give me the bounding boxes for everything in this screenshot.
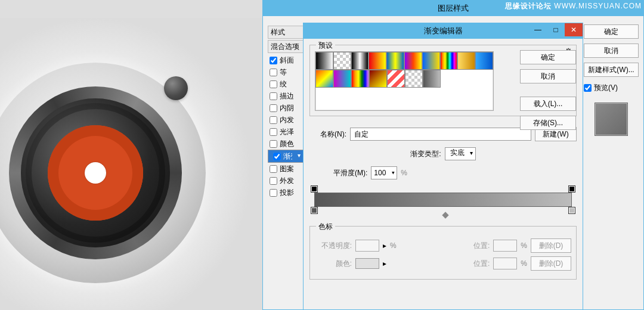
style-item-color-overlay[interactable]: 颜色 — [268, 138, 304, 150]
preview-checkbox[interactable] — [584, 84, 592, 92]
presets-label: 预设 — [316, 41, 335, 51]
layer-styles-right-buttons: 确定 取消 新建样式(W)... 预览(V) — [584, 24, 639, 136]
gradient-type-label: 渐变类型: — [410, 149, 441, 159]
style-item-drop-shadow[interactable]: 投影 — [268, 187, 304, 199]
color-label: 颜色: — [315, 259, 352, 269]
styles-list-header[interactable]: 样式 — [268, 26, 304, 39]
canvas-artwork — [0, 0, 262, 310]
maximize-button[interactable]: □ — [547, 23, 565, 36]
stops-fieldset: 色标 不透明度: ▸ % 位置: % 删除(D) 颜色: ▸ 位置: % — [309, 226, 577, 280]
smoothness-unit: % — [401, 169, 407, 177]
cancel-button[interactable]: 取消 — [584, 44, 639, 58]
style-item-gradient-overlay[interactable]: 渐变 — [268, 150, 304, 163]
ok-button[interactable]: 确定 — [584, 24, 639, 39]
style-check[interactable] — [270, 104, 277, 112]
style-check[interactable] — [270, 165, 277, 173]
style-item-inner-shadow[interactable]: 内阴 — [268, 102, 304, 114]
smoothness-input[interactable]: 100 — [371, 166, 397, 179]
preset-swatch[interactable] — [422, 52, 440, 70]
smoothness-label: 平滑度(M): — [333, 168, 367, 178]
watermark: 思缘设计论坛 WWW.MISSYUAN.COM — [505, 1, 642, 11]
gradient-side-buttons: 确定 取消 载入(L)... 存储(S)... — [520, 50, 576, 130]
delete-color-stop-button[interactable]: 删除(D) — [531, 256, 571, 271]
preview-checkbox-row[interactable]: 预览(V) — [584, 83, 639, 93]
name-label: 名称(N): — [309, 129, 346, 140]
gradient-editor-dialog: 渐变编辑器 — □ ✕ 预设 ⚙ 确定 取消 载入(L)... 存储(S)...… — [303, 23, 583, 310]
window-controls: — □ ✕ — [529, 23, 583, 36]
preset-swatch[interactable] — [333, 52, 351, 70]
position-label-2: 位置: — [473, 259, 490, 269]
gradient-bar[interactable] — [309, 188, 577, 212]
gradient-editor-titlebar[interactable]: 渐变编辑器 — □ ✕ — [304, 23, 583, 39]
gradient-preview-bar[interactable] — [314, 193, 572, 207]
style-check-gradient[interactable] — [273, 153, 281, 160]
preset-swatch[interactable] — [386, 52, 404, 70]
preview-label: 预览(V) — [594, 83, 618, 93]
name-input[interactable] — [350, 128, 531, 141]
color-position-input[interactable] — [493, 258, 517, 269]
presets-fieldset: 预设 ⚙ 确定 取消 载入(L)... 存储(S)... — [309, 45, 577, 116]
preset-swatch[interactable] — [423, 70, 441, 88]
load-button[interactable]: 载入(L)... — [520, 97, 576, 111]
preset-swatch[interactable] — [440, 52, 458, 70]
color-stop-left[interactable] — [311, 207, 318, 214]
preset-swatch[interactable] — [351, 70, 369, 88]
color-chip[interactable] — [355, 258, 379, 269]
preset-swatch[interactable] — [351, 52, 369, 70]
style-check[interactable] — [270, 116, 277, 124]
style-check[interactable] — [270, 80, 277, 88]
style-item-pattern-overlay[interactable]: 图案 — [268, 163, 304, 175]
position-label-1: 位置: — [473, 241, 490, 251]
gradient-editor-title: 渐变编辑器 — [424, 26, 463, 36]
ge-ok-button[interactable]: 确定 — [520, 50, 576, 64]
save-button[interactable]: 存储(S)... — [520, 116, 576, 130]
style-item-stroke[interactable]: 描边 — [268, 90, 304, 102]
preset-swatch[interactable] — [387, 70, 405, 88]
preset-swatch[interactable] — [369, 52, 386, 70]
style-item-outer-glow[interactable]: 外发 — [268, 175, 304, 187]
opacity-stop-right[interactable] — [568, 185, 575, 193]
opacity-position-input[interactable] — [493, 240, 517, 252]
preset-swatch[interactable] — [315, 52, 333, 70]
record-small-knob — [164, 76, 188, 100]
styles-list: 样式 混合选项 斜面 等 绞 描边 内阴 内发 光泽 颜色 渐变 图案 外发 投… — [268, 26, 304, 199]
preset-swatch[interactable] — [404, 52, 422, 70]
style-check-bevel[interactable] — [270, 57, 277, 64]
minimize-button[interactable]: — — [529, 23, 547, 36]
record-center-hole — [85, 162, 106, 184]
opacity-stop-left[interactable] — [311, 185, 318, 193]
style-item-texture[interactable]: 绞 — [268, 78, 304, 90]
stops-legend: 色标 — [316, 222, 335, 232]
gradient-type-select[interactable]: 实底 — [445, 147, 476, 160]
style-item-bevel[interactable]: 斜面 — [268, 54, 304, 66]
opacity-label: 不透明度: — [315, 241, 352, 251]
preset-swatch[interactable] — [369, 70, 387, 88]
layer-styles-title: 图层样式 — [438, 3, 469, 14]
style-check[interactable] — [270, 69, 277, 76]
preset-swatch[interactable] — [475, 52, 493, 70]
style-check[interactable] — [270, 189, 277, 197]
preset-swatch[interactable] — [333, 70, 351, 88]
style-check[interactable] — [270, 92, 277, 100]
style-item-contour[interactable]: 等 — [268, 66, 304, 78]
watermark-url: WWW.MISSYUAN.COM — [554, 2, 642, 10]
preset-swatch[interactable] — [405, 70, 423, 88]
preview-swatch — [595, 103, 628, 136]
style-item-inner-glow[interactable]: 内发 — [268, 114, 304, 126]
blend-options-header[interactable]: 混合选项 — [268, 40, 304, 53]
close-button[interactable]: ✕ — [565, 23, 583, 36]
ge-cancel-button[interactable]: 取消 — [520, 69, 576, 83]
watermark-brand: 思缘设计论坛 — [505, 2, 552, 10]
midpoint-handle[interactable] — [442, 212, 448, 218]
opacity-input[interactable] — [355, 240, 379, 252]
color-stop-right[interactable] — [568, 207, 575, 214]
new-style-button[interactable]: 新建样式(W)... — [584, 63, 639, 77]
style-check[interactable] — [270, 140, 277, 148]
style-check[interactable] — [270, 177, 277, 185]
preset-swatch[interactable] — [457, 52, 475, 70]
preset-swatch[interactable] — [315, 70, 333, 88]
delete-opacity-stop-button[interactable]: 删除(D) — [531, 238, 571, 253]
style-check[interactable] — [270, 128, 277, 136]
style-item-satin[interactable]: 光泽 — [268, 126, 304, 138]
preset-swatch-grid[interactable] — [315, 51, 494, 111]
